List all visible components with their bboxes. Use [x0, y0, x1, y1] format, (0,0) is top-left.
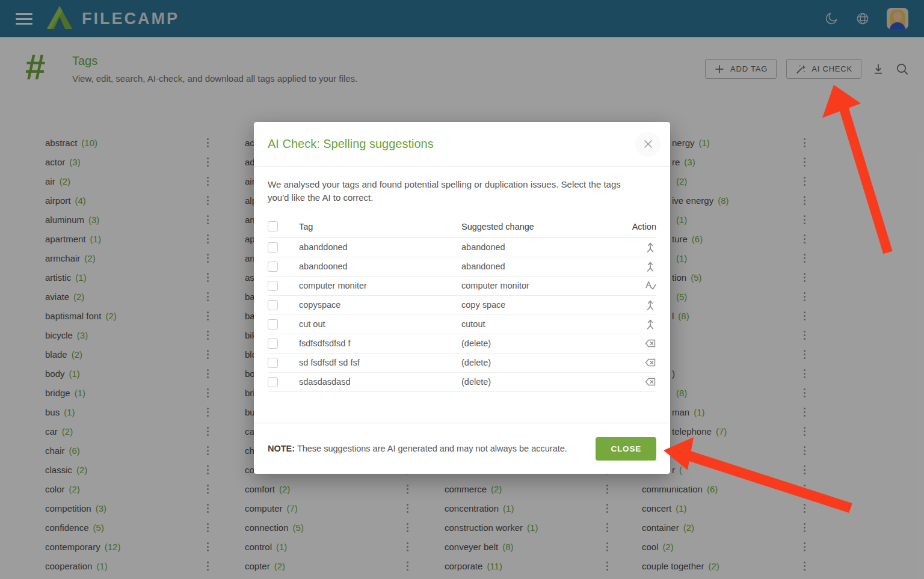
ai-check-modal: AI Check: Spelling suggestions We analys… [254, 122, 670, 474]
suggestion-change: (delete) [461, 339, 632, 348]
column-header-action: Action [632, 222, 656, 231]
suggestion-row: sdasdasdasd (delete) [268, 373, 656, 392]
spellcheck-icon[interactable] [632, 280, 656, 292]
suggestion-row: abanddoned abandoned [268, 238, 656, 257]
column-header-tag: Tag [299, 222, 461, 231]
suggestion-row: computer moniter computer monitor [268, 277, 656, 296]
table-header-row: Tag Suggested change Action [268, 216, 656, 238]
suggestion-row: cut out cutout [268, 315, 656, 334]
suggestion-change: abandoned [461, 262, 632, 271]
footer-note: NOTE: These suggestions are AI generated… [268, 444, 567, 453]
backspace-icon[interactable] [632, 357, 656, 369]
suggestion-change: copy space [461, 300, 632, 310]
suggestion-change: (delete) [461, 358, 632, 367]
close-x-icon[interactable] [635, 132, 661, 157]
suggestion-tag: fsdfsdfsdfsd f [299, 339, 461, 348]
backspace-icon[interactable] [632, 376, 656, 388]
row-checkbox[interactable] [268, 300, 278, 310]
modal-title: AI Check: Spelling suggestions [268, 137, 434, 151]
row-checkbox[interactable] [268, 339, 278, 349]
suggestion-tag: sdasdasdasd [299, 377, 461, 387]
suggestion-tag: cut out [299, 319, 461, 329]
merge-icon[interactable] [632, 299, 656, 311]
suggestion-row: fsdfsdfsdfsd f (delete) [268, 334, 656, 354]
suggestion-row: copyspace copy space [268, 296, 656, 315]
backspace-icon[interactable] [632, 337, 656, 349]
modal-footer: NOTE: These suggestions are AI generated… [254, 423, 670, 474]
row-checkbox[interactable] [268, 262, 278, 272]
suggestion-row: sd fsdfsdf sd fsf (delete) [268, 354, 656, 373]
merge-icon[interactable] [632, 260, 656, 272]
modal-description: We analysed your tags and found potentia… [254, 167, 658, 207]
row-checkbox[interactable] [268, 319, 278, 329]
suggestion-tag: computer moniter [299, 281, 461, 290]
merge-icon[interactable] [632, 318, 656, 330]
suggestion-tag: copyspace [299, 300, 461, 310]
suggestions-table: Tag Suggested change Action abanddoned a… [268, 216, 656, 392]
suggestion-row: abandooned abandoned [268, 257, 656, 277]
suggestion-change: abandoned [461, 242, 632, 252]
row-checkbox[interactable] [268, 358, 278, 368]
merge-icon[interactable] [632, 241, 656, 253]
suggestion-change: (delete) [461, 377, 632, 387]
suggestion-tag: abandooned [299, 262, 461, 271]
row-checkbox[interactable] [268, 281, 278, 291]
close-button[interactable]: CLOSE [596, 437, 656, 461]
suggestion-tag: abanddoned [299, 242, 461, 252]
suggestion-change: cutout [461, 319, 632, 329]
row-checkbox[interactable] [268, 242, 278, 253]
select-all-checkbox[interactable] [268, 221, 278, 231]
modal-header: AI Check: Spelling suggestions [254, 122, 670, 167]
suggestion-change: computer monitor [461, 281, 632, 290]
column-header-suggested: Suggested change [461, 222, 632, 231]
row-checkbox[interactable] [268, 377, 278, 387]
suggestions-body: abanddoned abandoned abandooned abandone… [268, 238, 656, 392]
suggestion-tag: sd fsdfsdf sd fsf [299, 358, 461, 367]
